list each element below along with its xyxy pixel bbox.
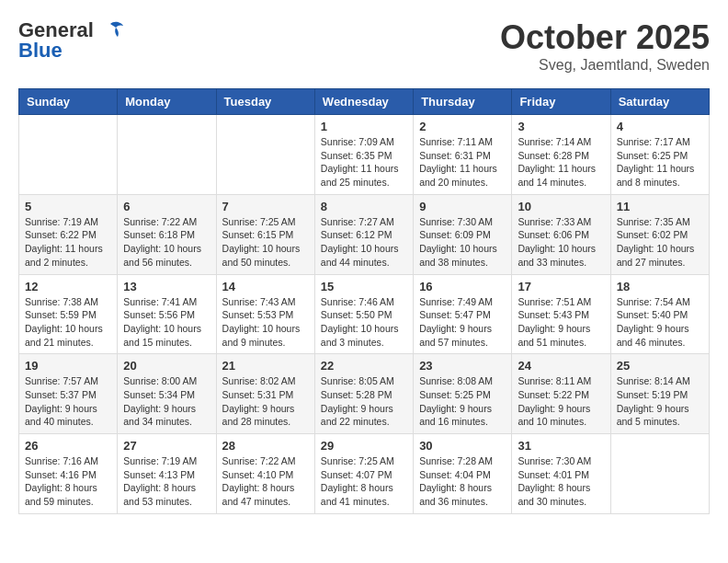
calendar-cell: 3Sunrise: 7:14 AM Sunset: 6:28 PM Daylig… [512, 115, 610, 195]
day-number: 3 [518, 120, 604, 133]
day-number: 23 [419, 359, 506, 373]
calendar-cell: 4Sunrise: 7:17 AM Sunset: 6:25 PM Daylig… [610, 115, 709, 195]
weekday-header-tuesday: Tuesday [216, 89, 314, 115]
calendar-cell: 11Sunrise: 7:35 AM Sunset: 6:02 PM Dayli… [610, 194, 709, 274]
logo-bird-icon [96, 20, 125, 40]
day-info: Sunrise: 7:09 AM Sunset: 6:35 PM Dayligh… [321, 135, 407, 190]
day-info: Sunrise: 7:57 AM Sunset: 5:37 PM Dayligh… [25, 374, 111, 429]
calendar-cell: 22Sunrise: 8:05 AM Sunset: 5:28 PM Dayli… [314, 354, 413, 434]
day-number: 24 [518, 359, 604, 373]
calendar-cell: 21Sunrise: 8:02 AM Sunset: 5:31 PM Dayli… [216, 354, 314, 434]
day-number: 14 [222, 280, 309, 293]
day-number: 1 [321, 120, 407, 133]
day-number: 30 [419, 439, 506, 453]
day-number: 19 [25, 359, 111, 373]
day-info: Sunrise: 7:11 AM Sunset: 6:31 PM Dayligh… [419, 135, 506, 190]
calendar-cell [610, 434, 709, 514]
day-number: 6 [123, 200, 210, 213]
day-info: Sunrise: 7:16 AM Sunset: 4:16 PM Dayligh… [25, 454, 111, 509]
day-info: Sunrise: 7:49 AM Sunset: 5:47 PM Dayligh… [419, 295, 506, 350]
day-number: 13 [123, 280, 210, 293]
calendar-cell: 18Sunrise: 7:54 AM Sunset: 5:40 PM Dayli… [610, 274, 709, 354]
weekday-header-row: SundayMondayTuesdayWednesdayThursdayFrid… [19, 89, 710, 115]
calendar-cell: 15Sunrise: 7:46 AM Sunset: 5:50 PM Dayli… [314, 274, 413, 354]
day-number: 8 [321, 200, 407, 213]
day-number: 12 [25, 280, 111, 293]
day-info: Sunrise: 7:30 AM Sunset: 4:01 PM Dayligh… [518, 454, 604, 509]
day-info: Sunrise: 7:54 AM Sunset: 5:40 PM Dayligh… [617, 295, 703, 350]
calendar-cell: 26Sunrise: 7:16 AM Sunset: 4:16 PM Dayli… [19, 434, 118, 514]
calendar-cell [118, 115, 216, 195]
day-number: 20 [123, 359, 210, 373]
calendar-cell: 19Sunrise: 7:57 AM Sunset: 5:37 PM Dayli… [19, 354, 118, 434]
calendar-cell: 16Sunrise: 7:49 AM Sunset: 5:47 PM Dayli… [414, 274, 512, 354]
calendar-cell: 25Sunrise: 8:14 AM Sunset: 5:19 PM Dayli… [610, 354, 709, 434]
logo: General Blue [18, 18, 125, 63]
calendar-cell: 23Sunrise: 8:08 AM Sunset: 5:25 PM Dayli… [414, 354, 512, 434]
calendar-cell: 1Sunrise: 7:09 AM Sunset: 6:35 PM Daylig… [314, 115, 413, 195]
title-block: October 2025 Sveg, Jaemtland, Sweden [500, 18, 710, 74]
day-number: 17 [518, 280, 604, 293]
day-number: 7 [222, 200, 309, 213]
calendar-cell: 27Sunrise: 7:19 AM Sunset: 4:13 PM Dayli… [118, 434, 216, 514]
calendar-table: SundayMondayTuesdayWednesdayThursdayFrid… [18, 88, 710, 514]
logo-blue: Blue [18, 39, 63, 63]
day-info: Sunrise: 7:28 AM Sunset: 4:04 PM Dayligh… [419, 454, 506, 509]
calendar-cell: 14Sunrise: 7:43 AM Sunset: 5:53 PM Dayli… [216, 274, 314, 354]
day-info: Sunrise: 7:38 AM Sunset: 5:59 PM Dayligh… [25, 295, 111, 350]
day-number: 9 [419, 200, 506, 213]
day-info: Sunrise: 7:17 AM Sunset: 6:25 PM Dayligh… [617, 135, 703, 190]
calendar-cell: 13Sunrise: 7:41 AM Sunset: 5:56 PM Dayli… [118, 274, 216, 354]
day-number: 31 [518, 439, 604, 453]
calendar-cell: 5Sunrise: 7:19 AM Sunset: 6:22 PM Daylig… [19, 194, 118, 274]
calendar-cell: 31Sunrise: 7:30 AM Sunset: 4:01 PM Dayli… [512, 434, 610, 514]
calendar-cell: 20Sunrise: 8:00 AM Sunset: 5:34 PM Dayli… [118, 354, 216, 434]
day-info: Sunrise: 8:14 AM Sunset: 5:19 PM Dayligh… [617, 374, 703, 429]
day-info: Sunrise: 8:11 AM Sunset: 5:22 PM Dayligh… [518, 374, 604, 429]
calendar-cell [19, 115, 118, 195]
day-number: 10 [518, 200, 604, 213]
calendar-cell: 30Sunrise: 7:28 AM Sunset: 4:04 PM Dayli… [414, 434, 512, 514]
calendar-cell: 17Sunrise: 7:51 AM Sunset: 5:43 PM Dayli… [512, 274, 610, 354]
day-info: Sunrise: 7:27 AM Sunset: 6:12 PM Dayligh… [321, 215, 407, 270]
day-number: 18 [617, 280, 703, 293]
day-number: 2 [419, 120, 506, 133]
day-number: 11 [617, 200, 703, 213]
weekday-header-wednesday: Wednesday [314, 89, 413, 115]
weekday-header-sunday: Sunday [19, 89, 118, 115]
day-info: Sunrise: 7:19 AM Sunset: 6:22 PM Dayligh… [25, 215, 111, 270]
calendar-cell: 7Sunrise: 7:25 AM Sunset: 6:15 PM Daylig… [216, 194, 314, 274]
day-info: Sunrise: 7:43 AM Sunset: 5:53 PM Dayligh… [222, 295, 309, 350]
day-number: 27 [123, 439, 210, 453]
day-info: Sunrise: 7:19 AM Sunset: 4:13 PM Dayligh… [123, 454, 210, 509]
calendar-week-row: 5Sunrise: 7:19 AM Sunset: 6:22 PM Daylig… [19, 194, 710, 274]
calendar-cell: 2Sunrise: 7:11 AM Sunset: 6:31 PM Daylig… [414, 115, 512, 195]
calendar-cell: 29Sunrise: 7:25 AM Sunset: 4:07 PM Dayli… [314, 434, 413, 514]
day-info: Sunrise: 8:05 AM Sunset: 5:28 PM Dayligh… [321, 374, 407, 429]
calendar-cell: 12Sunrise: 7:38 AM Sunset: 5:59 PM Dayli… [19, 274, 118, 354]
day-number: 4 [617, 120, 703, 133]
day-number: 29 [321, 439, 407, 453]
day-info: Sunrise: 7:30 AM Sunset: 6:09 PM Dayligh… [419, 215, 506, 270]
day-number: 21 [222, 359, 309, 373]
day-number: 25 [617, 359, 703, 373]
day-number: 5 [25, 200, 111, 213]
day-number: 22 [321, 359, 407, 373]
weekday-header-saturday: Saturday [610, 89, 709, 115]
location-text: Sveg, Jaemtland, Sweden [500, 57, 710, 74]
calendar-week-row: 26Sunrise: 7:16 AM Sunset: 4:16 PM Dayli… [19, 434, 710, 514]
day-info: Sunrise: 7:35 AM Sunset: 6:02 PM Dayligh… [617, 215, 703, 270]
calendar-cell: 8Sunrise: 7:27 AM Sunset: 6:12 PM Daylig… [314, 194, 413, 274]
calendar-week-row: 19Sunrise: 7:57 AM Sunset: 5:37 PM Dayli… [19, 354, 710, 434]
day-info: Sunrise: 8:08 AM Sunset: 5:25 PM Dayligh… [419, 374, 506, 429]
month-title: October 2025 [500, 18, 710, 57]
calendar-cell [216, 115, 314, 195]
calendar-cell: 24Sunrise: 8:11 AM Sunset: 5:22 PM Dayli… [512, 354, 610, 434]
day-info: Sunrise: 8:00 AM Sunset: 5:34 PM Dayligh… [123, 374, 210, 429]
day-number: 26 [25, 439, 111, 453]
weekday-header-thursday: Thursday [414, 89, 512, 115]
day-info: Sunrise: 7:25 AM Sunset: 6:15 PM Dayligh… [222, 215, 309, 270]
calendar-week-row: 1Sunrise: 7:09 AM Sunset: 6:35 PM Daylig… [19, 115, 710, 195]
weekday-header-friday: Friday [512, 89, 610, 115]
weekday-header-monday: Monday [118, 89, 216, 115]
